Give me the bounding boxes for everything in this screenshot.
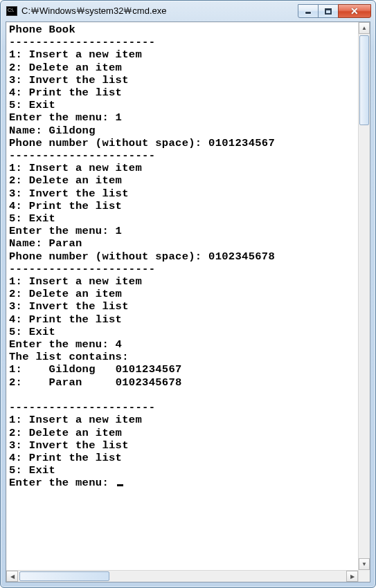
- scrollbar-corner: [358, 570, 370, 582]
- scroll-right-button[interactable]: ▶: [346, 571, 358, 582]
- window-title: C:￦Windows￦system32￦cmd.exe: [21, 5, 294, 17]
- cmd-icon: C:\.: [6, 6, 17, 16]
- scroll-up-button[interactable]: ▲: [359, 22, 370, 34]
- hscroll-thumb[interactable]: [19, 571, 109, 581]
- console-viewport: Phone Book ---------------------- 1: Ins…: [6, 22, 370, 570]
- vertical-scrollbar[interactable]: ▲ ▼: [358, 22, 370, 570]
- cursor: [117, 484, 123, 486]
- vscroll-track[interactable]: [359, 34, 370, 558]
- maximize-button[interactable]: [318, 4, 339, 18]
- close-icon: ✕: [350, 6, 359, 17]
- cmd-window: C:\. C:￦Windows￦system32￦cmd.exe ✕ Phone…: [0, 0, 376, 588]
- horizontal-scrollbar[interactable]: ◀ ▶: [6, 570, 358, 582]
- window-controls: ✕: [298, 4, 371, 18]
- console-output: Phone Book ---------------------- 1: Ins…: [6, 22, 358, 570]
- hscroll-track[interactable]: [18, 571, 346, 582]
- maximize-icon: [325, 8, 332, 15]
- scroll-left-button[interactable]: ◀: [6, 571, 18, 582]
- minimize-icon: [305, 8, 312, 15]
- titlebar[interactable]: C:\. C:￦Windows￦system32￦cmd.exe ✕: [1, 1, 375, 21]
- minimize-button[interactable]: [298, 4, 319, 18]
- client-area: Phone Book ---------------------- 1: Ins…: [6, 21, 370, 582]
- vscroll-thumb[interactable]: [359, 35, 369, 125]
- close-button[interactable]: ✕: [338, 4, 371, 18]
- scroll-down-button[interactable]: ▼: [359, 558, 370, 570]
